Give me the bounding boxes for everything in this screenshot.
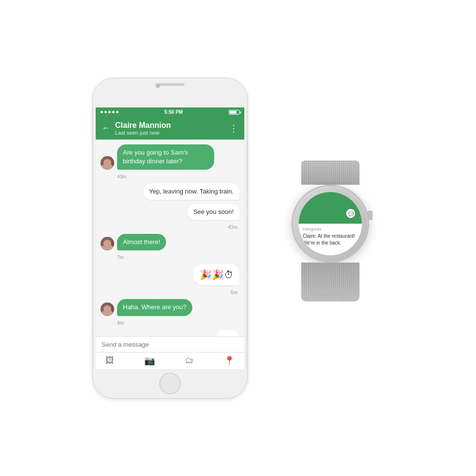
contact-name: Claire Mannion [115,121,224,130]
signal-dot-3 [108,111,111,113]
location-icon[interactable]: 📍 [224,355,235,366]
input-area [96,336,244,352]
hangouts-svg: 💬 [345,208,356,219]
contact-status: Last seen just now [115,130,224,136]
hangouts-icon: 💬 [343,206,358,221]
watch-message: Claire: At the restaurant! We're in the … [303,233,358,247]
scene: 5:50 PM ← Claire Mannion Last seen just … [0,0,476,476]
bubble-3: See you soon! [187,204,239,220]
phone-power-button [247,156,248,180]
avatar-6 [101,302,114,316]
avatar-4 [101,237,114,250]
msg-time-1: 43m [117,174,239,179]
msg-time-4: 7m [117,255,239,260]
bubble-2: Yep, leaving now. Taking train. [143,183,239,200]
watch-device: 💬 Hangouts Claire: At the restaurant! We… [277,160,384,316]
msg-time-6: 4m [117,320,239,326]
signal-dot-4 [112,111,115,113]
phone-silent-button [92,183,93,197]
phone-device: 5:50 PM ← Claire Mannion Last seen just … [92,78,248,399]
signal-dot-2 [104,111,107,113]
bubble-5: 🎉🎉⏱ [194,264,239,285]
gallery-icon[interactable]: 🖼 [105,355,114,366]
bubble-4: Almost there! [117,234,166,250]
phone-top-bezel [93,78,247,107]
svg-text:💬: 💬 [348,211,354,216]
status-time: 5:50 PM [165,109,183,115]
msg-time-3: 43m [101,225,238,230]
phone-screen: 5:50 PM ← Claire Mannion Last seen just … [96,107,244,369]
watch-screen: 💬 Hangouts Claire: At the restaurant! We… [299,192,362,255]
watch-band-bottom [301,263,359,301]
signal-dot-5 [116,111,119,113]
more-options-button[interactable]: ⋮ [229,123,238,134]
watch-band-mesh-top [301,160,359,185]
watch-band-clasp [311,291,350,296]
watch-screen-top: 💬 [299,192,362,224]
watch-screen-bottom: Hangouts Claire: At the restaurant! We'r… [299,224,362,255]
toolbar-area: 🖼 📷 🗂 📍 [96,352,244,369]
phone-volume-down [92,163,93,178]
avatar-face-6 [101,302,114,316]
watch-band-mesh-bottom [301,263,359,301]
back-button[interactable]: ← [102,123,110,133]
message-row-1: Are you going to Sam's birthday dinner l… [101,144,239,170]
bubble-6: Haha. Where are you? [117,299,192,316]
phone-camera [156,84,160,88]
phone-volume-up [92,141,93,156]
watch-app-name: Hangouts [303,227,358,231]
app-header: ← Claire Mannion Last seen just now ⋮ [96,117,244,140]
home-button[interactable] [159,373,181,394]
bubble-7: 🚌 [216,330,239,336]
watch-body: 💬 Hangouts Claire: At the restaurant! We… [291,185,369,263]
status-bar: 5:50 PM [96,107,244,117]
message-input[interactable] [102,341,238,348]
message-row-4: Almost there! [101,234,239,250]
contact-info: Claire Mannion Last seen just now [115,121,224,136]
avatar-1 [101,156,114,170]
message-row-3: See you soon! [101,204,239,220]
battery-fill [230,111,237,114]
phone-speaker [155,83,185,86]
phone-bottom-bezel [93,369,247,398]
msg-time-5: 6m [101,290,238,295]
message-row-2: Yep, leaving now. Taking train. [101,183,239,200]
message-row-7: 🚌 [101,330,239,336]
camera-icon[interactable]: 📷 [144,355,155,366]
avatar-face-4 [101,237,114,250]
sticker-icon[interactable]: 🗂 [185,355,194,366]
bubble-1: Are you going to Sam's birthday dinner l… [117,144,214,170]
watch-band-top [301,160,359,185]
chat-area: Are you going to Sam's birthday dinner l… [96,140,244,336]
status-signal [101,111,119,113]
message-row-5: 🎉🎉⏱ [101,264,239,285]
status-battery [229,110,239,115]
signal-dot-1 [101,111,103,113]
avatar-face-1 [101,156,114,170]
message-row-6: Haha. Where are you? [101,299,239,316]
watch-crown [368,211,373,220]
